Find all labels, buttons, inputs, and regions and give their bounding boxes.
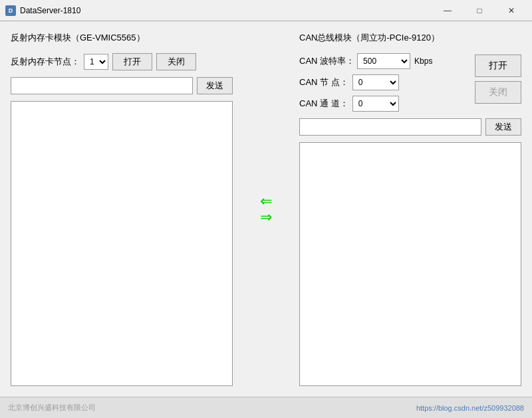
app-icon: D — [5, 5, 16, 16]
right-node-label: CAN 节 点： — [299, 76, 348, 88]
left-send-input[interactable] — [11, 77, 193, 94]
left-send-button[interactable]: 发送 — [197, 77, 233, 94]
baud-row: CAN 波特率： 100 250 500 1000 Kbps — [299, 53, 468, 69]
right-channel-row: CAN 通 道： 0 1 2 3 — [299, 96, 468, 112]
right-buttons: 打开 关闭 — [475, 53, 521, 112]
kbps-label: Kbps — [414, 56, 432, 66]
right-node-row: CAN 节 点： 0 1 2 3 — [299, 74, 468, 90]
baud-select[interactable]: 100 250 500 1000 — [357, 53, 410, 69]
middle-arrows: ⇐ ⇒ — [246, 32, 286, 386]
right-panel-title: CAN总线模块（周立功-PCIe-9120） — [299, 32, 521, 44]
footer-right-text: https://blog.csdn.net/z509932088 — [416, 404, 524, 412]
left-panel-title: 反射内存卡模块（GE-VMIC5565） — [11, 32, 233, 44]
right-send-input[interactable] — [299, 118, 481, 136]
arrow-right-icon: ⇒ — [260, 210, 272, 225]
panels-row: 反射内存卡模块（GE-VMIC5565） 反射内存卡节点： 1 2 3 4 打开… — [11, 32, 521, 386]
left-node-row: 反射内存卡节点： 1 2 3 4 打开 关闭 — [11, 53, 233, 70]
right-text-area[interactable] — [299, 142, 521, 386]
right-send-row: 发送 — [299, 118, 521, 136]
left-open-button[interactable]: 打开 — [112, 53, 152, 70]
right-controls: CAN 波特率： 100 250 500 1000 Kbps CAN 节 点： … — [299, 53, 521, 112]
title-bar: D DataServer-1810 — □ ✕ — [0, 0, 532, 21]
left-send-row: 发送 — [11, 77, 233, 94]
transfer-arrows: ⇐ ⇒ — [260, 194, 272, 225]
right-close-button[interactable]: 关闭 — [475, 81, 521, 104]
right-form: CAN 波特率： 100 250 500 1000 Kbps CAN 节 点： … — [299, 53, 468, 112]
arrow-left-icon: ⇐ — [260, 194, 272, 209]
left-node-label: 反射内存卡节点： — [11, 56, 80, 68]
left-text-area[interactable] — [11, 101, 233, 386]
title-bar-left: D DataServer-1810 — [5, 5, 80, 16]
maximize-button[interactable]: □ — [464, 0, 495, 21]
left-node-select[interactable]: 1 2 3 4 — [84, 54, 108, 70]
close-button[interactable]: ✕ — [496, 0, 527, 21]
footer-left-text: 北京博创兴盛科技有限公司 — [8, 403, 96, 413]
left-close-button[interactable]: 关闭 — [156, 53, 196, 70]
left-panel: 反射内存卡模块（GE-VMIC5565） 反射内存卡节点： 1 2 3 4 打开… — [11, 32, 246, 386]
minimize-button[interactable]: — — [432, 0, 463, 21]
right-send-button[interactable]: 发送 — [485, 118, 521, 136]
footer-bar: 北京博创兴盛科技有限公司 https://blog.csdn.net/z5099… — [0, 397, 532, 418]
right-open-button[interactable]: 打开 — [475, 54, 521, 77]
right-node-select[interactable]: 0 1 2 3 — [352, 74, 399, 90]
title-controls: — □ ✕ — [432, 0, 527, 21]
right-channel-select[interactable]: 0 1 2 3 — [352, 96, 399, 112]
baud-label: CAN 波特率： — [299, 55, 354, 67]
main-content: 反射内存卡模块（GE-VMIC5565） 反射内存卡节点： 1 2 3 4 打开… — [0, 21, 532, 397]
window-title: DataServer-1810 — [20, 6, 80, 15]
right-channel-label: CAN 通 道： — [299, 98, 348, 110]
right-panel: CAN总线模块（周立功-PCIe-9120） CAN 波特率： 100 250 … — [286, 32, 521, 386]
